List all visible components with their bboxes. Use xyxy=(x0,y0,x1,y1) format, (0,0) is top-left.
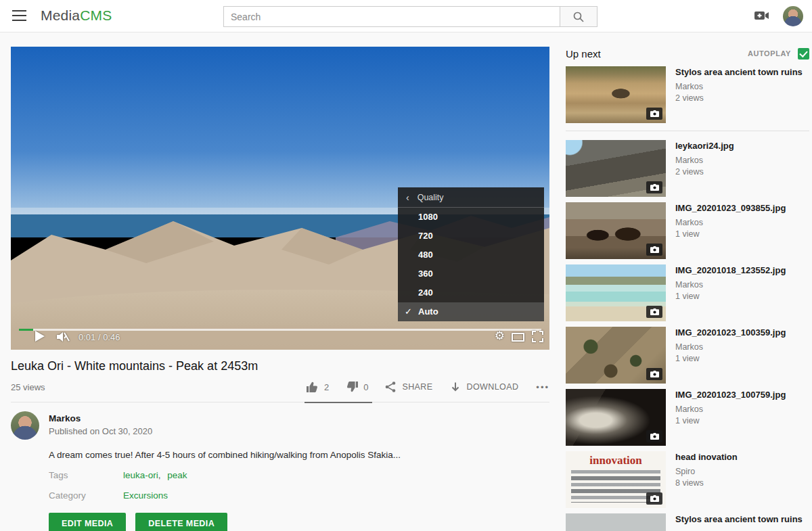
upload-media-button[interactable] xyxy=(754,9,770,24)
quality-option[interactable]: ✓ 1080 xyxy=(398,208,544,227)
upnext-item-title[interactable]: Stylos area ancient town ruins xyxy=(675,514,803,525)
published-date: Published on Oct 30, 2020 xyxy=(49,426,152,436)
download-button[interactable]: DOWNLOAD xyxy=(449,381,519,393)
download-label: DOWNLOAD xyxy=(467,382,519,392)
upnext-item-author: Markos xyxy=(675,156,734,165)
settings-button[interactable]: ⚙ xyxy=(495,329,505,343)
dislike-count: 0 xyxy=(363,382,368,392)
quality-option[interactable]: ✓ 720 xyxy=(398,227,544,246)
upnext-item-info: Stylos area ancient town ruins xyxy=(675,513,803,531)
upnext-item[interactable]: IMG_20201023_100359.jpg Markos 1 view xyxy=(566,327,809,384)
upnext-item[interactable]: Stylos area ancient town ruins Markos 2 … xyxy=(566,66,809,131)
like-count: 2 xyxy=(324,382,329,392)
search-button[interactable] xyxy=(560,6,597,27)
dislike-button[interactable]: 0 xyxy=(345,380,368,394)
tag-link[interactable]: peak xyxy=(167,470,187,480)
image-type-badge xyxy=(646,108,662,120)
action-bar: 2 0 SHARE xyxy=(306,380,549,394)
quality-option[interactable]: ✓ 480 xyxy=(398,246,544,264)
upnext-thumbnail[interactable] xyxy=(566,389,666,446)
upnext-thumbnail[interactable] xyxy=(566,327,666,384)
quality-option-label: 480 xyxy=(418,250,433,260)
upnext-thumbnail[interactable] xyxy=(566,513,666,531)
video-player[interactable]: ‹ Quality ✓ 1080 ✓ 720 ✓ 480 ✓ 360 ✓ 240… xyxy=(11,47,549,350)
delete-media-button[interactable]: DELETE MEDIA xyxy=(135,513,227,531)
search-input[interactable] xyxy=(223,6,560,27)
image-type-badge xyxy=(646,244,662,256)
quality-option-label: 1080 xyxy=(418,212,438,222)
upnext-item-title[interactable]: IMG_20201023_093855.jpg xyxy=(675,203,786,214)
image-type-badge xyxy=(646,492,662,505)
upnext-item[interactable]: IMG_20201018_123552.jpg Markos 1 view xyxy=(566,264,809,321)
like-button[interactable]: 2 xyxy=(306,380,329,394)
up-next-header: Up next AUTOPLAY xyxy=(566,47,809,60)
quality-option-label: 360 xyxy=(418,269,433,279)
autoplay-checkbox[interactable] xyxy=(798,48,809,60)
view-count: 25 views xyxy=(11,382,45,392)
quality-menu-back[interactable]: ‹ Quality xyxy=(398,187,544,208)
user-avatar[interactable] xyxy=(783,6,803,26)
rating-group: 2 0 xyxy=(306,380,368,394)
quality-option[interactable]: ✓ Auto xyxy=(398,302,544,321)
upnext-item-title[interactable]: IMG_20201023_100759.jpg xyxy=(675,390,786,400)
upnext-item[interactable]: IMG_20201023_100759.jpg Markos 1 view xyxy=(566,389,809,446)
app-logo[interactable]: MediaCMS xyxy=(41,7,112,24)
chevron-left-icon: ‹ xyxy=(406,192,409,203)
upnext-item-title[interactable]: IMG_20201018_123552.jpg xyxy=(675,265,786,276)
upnext-item-views: 1 view xyxy=(675,292,786,301)
mute-button[interactable] xyxy=(55,330,70,346)
quality-menu-title: Quality xyxy=(418,193,444,202)
upnext-item[interactable]: innovation head inovation Spiro 8 views xyxy=(566,451,809,508)
menu-icon[interactable] xyxy=(12,10,26,22)
video-add-icon xyxy=(754,9,770,22)
upnext-thumbnail[interactable]: innovation xyxy=(566,451,666,508)
thumb-down-icon xyxy=(345,380,359,394)
upnext-thumbnail[interactable] xyxy=(566,66,666,123)
upnext-item-info: IMG_20201018_123552.jpg Markos 1 view xyxy=(675,264,786,321)
quality-option[interactable]: ✓ 360 xyxy=(398,264,544,283)
tag-link[interactable]: leuka-ori xyxy=(123,470,158,480)
upnext-item-title[interactable]: head inovation xyxy=(675,452,738,463)
tags-values: leuka-ori, peak xyxy=(123,470,187,480)
thumb-up-icon xyxy=(306,380,319,394)
image-type-badge xyxy=(646,368,662,380)
upnext-item-title[interactable]: IMG_20201023_100359.jpg xyxy=(675,327,786,338)
share-button[interactable]: SHARE xyxy=(384,381,432,393)
author-avatar[interactable] xyxy=(11,411,39,440)
fullscreen-icon xyxy=(532,331,543,342)
media-description: A dream comes true! After 4-5 hours of c… xyxy=(49,450,455,460)
category-link[interactable]: Excursions xyxy=(123,490,168,501)
theater-mode-button[interactable] xyxy=(512,333,524,342)
top-bar: MediaCMS xyxy=(0,0,812,32)
play-button[interactable] xyxy=(35,331,45,342)
upnext-item-title[interactable]: Stylos area ancient town ruins xyxy=(675,67,803,78)
upnext-thumbnail[interactable] xyxy=(566,264,666,321)
upnext-item[interactable]: IMG_20201023_093855.jpg Markos 1 view xyxy=(566,202,809,259)
quality-option[interactable]: ✓ 240 xyxy=(398,283,544,302)
upnext-item-title[interactable]: leykaori24.jpg xyxy=(675,141,734,152)
upnext-thumbnail[interactable] xyxy=(566,140,666,197)
time-display: 0:01 / 0:46 xyxy=(78,332,120,342)
author-row: Markos Published on Oct 30, 2020 xyxy=(11,411,549,440)
quality-menu: ‹ Quality ✓ 1080 ✓ 720 ✓ 480 ✓ 360 ✓ 240… xyxy=(398,187,544,321)
upnext-thumbnail[interactable] xyxy=(566,202,666,259)
upnext-item-info: IMG_20201023_100359.jpg Markos 1 view xyxy=(675,327,786,384)
camera-icon xyxy=(650,246,659,253)
upnext-list: Stylos area ancient town ruins Markos 2 … xyxy=(566,66,809,531)
upnext-item[interactable]: leykaori24.jpg Markos 2 views xyxy=(566,140,809,197)
upnext-item[interactable]: Stylos area ancient town ruins xyxy=(566,513,809,531)
up-next-title: Up next xyxy=(566,48,601,60)
upnext-item-author: Markos xyxy=(675,405,786,414)
upnext-item-views: 1 view xyxy=(675,416,786,425)
fullscreen-button[interactable] xyxy=(532,331,543,345)
edit-media-button[interactable]: EDIT MEDIA xyxy=(49,513,126,531)
author-name[interactable]: Markos xyxy=(49,413,152,423)
upnext-item-views: 8 views xyxy=(675,478,738,488)
camera-icon xyxy=(650,495,659,502)
upnext-item-views: 2 views xyxy=(675,167,734,177)
search-bar xyxy=(223,6,597,27)
search-icon xyxy=(572,11,585,23)
upnext-item-info: leykaori24.jpg Markos 2 views xyxy=(675,140,734,197)
more-options-button[interactable]: ••• xyxy=(536,382,549,392)
upnext-item-views: 2 views xyxy=(675,93,803,103)
